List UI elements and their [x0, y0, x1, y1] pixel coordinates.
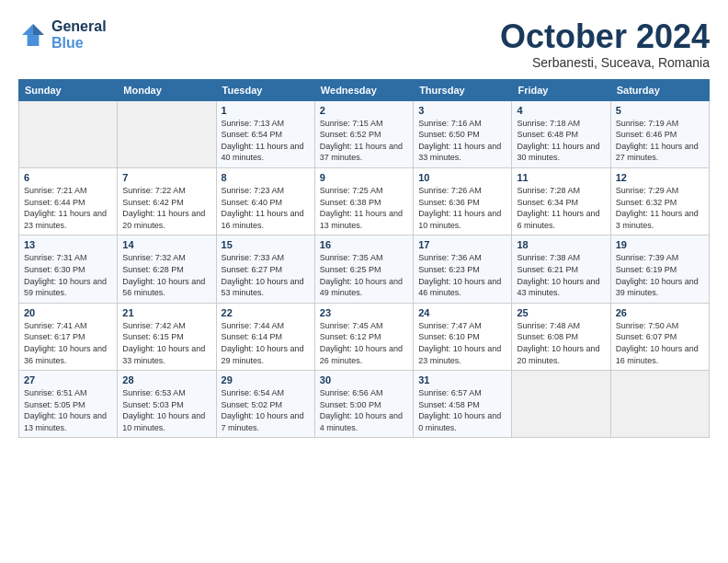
day-number: 6 — [24, 172, 112, 183]
day-info: Sunrise: 7:31 AM Sunset: 6:30 PM Dayligh… — [24, 252, 112, 298]
logo: General Blue — [18, 18, 107, 52]
calendar-cell — [118, 100, 216, 167]
calendar-cell: 7Sunrise: 7:22 AM Sunset: 6:42 PM Daylig… — [118, 167, 216, 235]
calendar-cell: 1Sunrise: 7:13 AM Sunset: 6:54 PM Daylig… — [216, 100, 314, 167]
calendar-cell: 25Sunrise: 7:48 AM Sunset: 6:08 PM Dayli… — [512, 303, 610, 370]
day-info: Sunrise: 7:45 AM Sunset: 6:12 PM Dayligh… — [320, 320, 408, 366]
day-info: Sunrise: 7:19 AM Sunset: 6:46 PM Dayligh… — [616, 118, 704, 164]
day-number: 8 — [222, 172, 310, 183]
calendar-table: SundayMondayTuesdayWednesdayThursdayFrid… — [18, 79, 710, 439]
day-number: 31 — [418, 374, 506, 385]
calendar-cell — [19, 100, 118, 167]
weekday-header: Monday — [118, 79, 216, 100]
calendar-cell: 15Sunrise: 7:33 AM Sunset: 6:27 PM Dayli… — [216, 236, 314, 303]
day-info: Sunrise: 6:51 AM Sunset: 5:05 PM Dayligh… — [24, 387, 112, 433]
day-number: 28 — [122, 374, 210, 385]
day-number: 30 — [320, 374, 408, 385]
calendar-cell: 24Sunrise: 7:47 AM Sunset: 6:10 PM Dayli… — [414, 303, 512, 370]
calendar-cell: 30Sunrise: 6:56 AM Sunset: 5:00 PM Dayli… — [314, 371, 413, 438]
weekday-header: Tuesday — [216, 79, 314, 100]
calendar-cell: 10Sunrise: 7:26 AM Sunset: 6:36 PM Dayli… — [414, 167, 512, 235]
calendar-cell: 13Sunrise: 7:31 AM Sunset: 6:30 PM Dayli… — [19, 236, 118, 303]
day-number: 18 — [517, 239, 605, 250]
calendar-cell: 18Sunrise: 7:38 AM Sunset: 6:21 PM Dayli… — [512, 236, 610, 303]
day-info: Sunrise: 7:36 AM Sunset: 6:23 PM Dayligh… — [418, 252, 506, 298]
weekday-header: Saturday — [610, 79, 709, 100]
weekday-header: Thursday — [414, 79, 512, 100]
day-number: 19 — [616, 239, 704, 250]
calendar-cell: 2Sunrise: 7:15 AM Sunset: 6:52 PM Daylig… — [314, 100, 413, 167]
day-info: Sunrise: 7:25 AM Sunset: 6:38 PM Dayligh… — [320, 185, 408, 231]
calendar-cell: 21Sunrise: 7:42 AM Sunset: 6:15 PM Dayli… — [118, 303, 216, 370]
day-info: Sunrise: 7:23 AM Sunset: 6:40 PM Dayligh… — [222, 185, 310, 231]
calendar-cell: 31Sunrise: 6:57 AM Sunset: 4:58 PM Dayli… — [414, 371, 512, 438]
day-number: 3 — [418, 105, 506, 116]
day-number: 27 — [24, 374, 112, 385]
day-info: Sunrise: 7:38 AM Sunset: 6:21 PM Dayligh… — [517, 252, 605, 298]
day-number: 17 — [418, 239, 506, 250]
logo-icon — [18, 20, 48, 50]
month-title: October 2024 — [500, 18, 710, 55]
day-number: 23 — [320, 307, 408, 318]
calendar-cell: 4Sunrise: 7:18 AM Sunset: 6:48 PM Daylig… — [512, 100, 610, 167]
logo-text: General Blue — [51, 18, 107, 52]
day-number: 16 — [320, 239, 408, 250]
calendar-cell: 14Sunrise: 7:32 AM Sunset: 6:28 PM Dayli… — [118, 236, 216, 303]
header: General Blue October 2024 Serbanesti, Su… — [18, 18, 710, 70]
weekday-header: Friday — [512, 79, 610, 100]
day-info: Sunrise: 7:48 AM Sunset: 6:08 PM Dayligh… — [517, 320, 605, 366]
day-number: 9 — [320, 172, 408, 183]
day-number: 22 — [222, 307, 310, 318]
day-number: 26 — [616, 307, 704, 318]
day-info: Sunrise: 7:28 AM Sunset: 6:34 PM Dayligh… — [517, 185, 605, 231]
calendar-cell: 3Sunrise: 7:16 AM Sunset: 6:50 PM Daylig… — [414, 100, 512, 167]
day-number: 24 — [418, 307, 506, 318]
calendar-cell: 17Sunrise: 7:36 AM Sunset: 6:23 PM Dayli… — [414, 236, 512, 303]
day-number: 14 — [122, 239, 210, 250]
day-info: Sunrise: 7:22 AM Sunset: 6:42 PM Dayligh… — [122, 185, 210, 231]
title-section: October 2024 Serbanesti, Suceava, Romani… — [500, 18, 710, 70]
day-info: Sunrise: 7:32 AM Sunset: 6:28 PM Dayligh… — [122, 252, 210, 298]
calendar-cell: 16Sunrise: 7:35 AM Sunset: 6:25 PM Dayli… — [314, 236, 413, 303]
calendar-cell: 22Sunrise: 7:44 AM Sunset: 6:14 PM Dayli… — [216, 303, 314, 370]
calendar-cell: 28Sunrise: 6:53 AM Sunset: 5:03 PM Dayli… — [118, 371, 216, 438]
day-info: Sunrise: 7:42 AM Sunset: 6:15 PM Dayligh… — [122, 320, 210, 366]
day-info: Sunrise: 7:26 AM Sunset: 6:36 PM Dayligh… — [418, 185, 506, 231]
calendar-cell: 9Sunrise: 7:25 AM Sunset: 6:38 PM Daylig… — [314, 167, 413, 235]
day-info: Sunrise: 6:56 AM Sunset: 5:00 PM Dayligh… — [320, 387, 408, 433]
day-number: 12 — [616, 172, 704, 183]
day-number: 5 — [616, 105, 704, 116]
calendar-cell: 26Sunrise: 7:50 AM Sunset: 6:07 PM Dayli… — [610, 303, 709, 370]
calendar-cell — [512, 371, 610, 438]
location-subtitle: Serbanesti, Suceava, Romania — [500, 55, 710, 70]
calendar-cell: 5Sunrise: 7:19 AM Sunset: 6:46 PM Daylig… — [610, 100, 709, 167]
day-number: 10 — [418, 172, 506, 183]
calendar-cell: 12Sunrise: 7:29 AM Sunset: 6:32 PM Dayli… — [610, 167, 709, 235]
day-number: 15 — [222, 239, 310, 250]
svg-marker-1 — [33, 24, 44, 35]
weekday-header: Sunday — [19, 79, 118, 100]
day-info: Sunrise: 6:57 AM Sunset: 4:58 PM Dayligh… — [418, 387, 506, 433]
day-info: Sunrise: 7:18 AM Sunset: 6:48 PM Dayligh… — [517, 118, 605, 164]
day-info: Sunrise: 7:50 AM Sunset: 6:07 PM Dayligh… — [616, 320, 704, 366]
day-number: 29 — [222, 374, 310, 385]
calendar-cell: 20Sunrise: 7:41 AM Sunset: 6:17 PM Dayli… — [19, 303, 118, 370]
calendar-cell: 23Sunrise: 7:45 AM Sunset: 6:12 PM Dayli… — [314, 303, 413, 370]
day-info: Sunrise: 7:44 AM Sunset: 6:14 PM Dayligh… — [222, 320, 310, 366]
day-number: 21 — [122, 307, 210, 318]
day-info: Sunrise: 6:54 AM Sunset: 5:02 PM Dayligh… — [222, 387, 310, 433]
day-info: Sunrise: 7:16 AM Sunset: 6:50 PM Dayligh… — [418, 118, 506, 164]
calendar-cell: 6Sunrise: 7:21 AM Sunset: 6:44 PM Daylig… — [19, 167, 118, 235]
day-number: 2 — [320, 105, 408, 116]
calendar-cell: 19Sunrise: 7:39 AM Sunset: 6:19 PM Dayli… — [610, 236, 709, 303]
day-info: Sunrise: 7:13 AM Sunset: 6:54 PM Dayligh… — [222, 118, 310, 164]
day-number: 25 — [517, 307, 605, 318]
day-info: Sunrise: 7:39 AM Sunset: 6:19 PM Dayligh… — [616, 252, 704, 298]
calendar-cell — [610, 371, 709, 438]
calendar-cell: 11Sunrise: 7:28 AM Sunset: 6:34 PM Dayli… — [512, 167, 610, 235]
day-info: Sunrise: 7:29 AM Sunset: 6:32 PM Dayligh… — [616, 185, 704, 231]
day-info: Sunrise: 7:15 AM Sunset: 6:52 PM Dayligh… — [320, 118, 408, 164]
day-info: Sunrise: 7:47 AM Sunset: 6:10 PM Dayligh… — [418, 320, 506, 366]
calendar-cell: 29Sunrise: 6:54 AM Sunset: 5:02 PM Dayli… — [216, 371, 314, 438]
day-number: 20 — [24, 307, 112, 318]
